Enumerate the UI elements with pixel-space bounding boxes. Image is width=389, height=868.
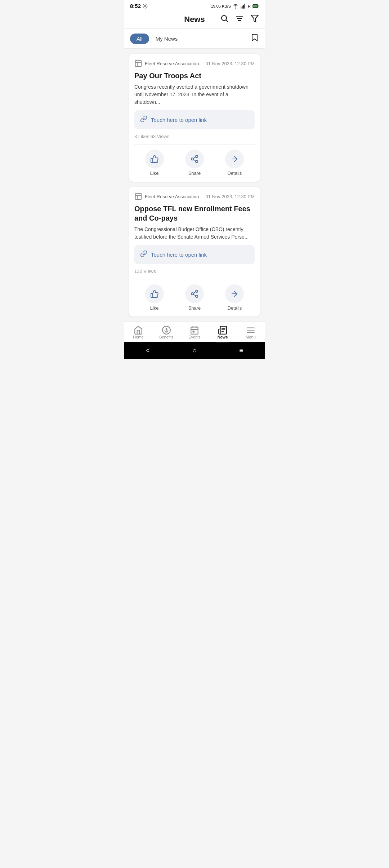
share-icon-circle-2 xyxy=(185,284,204,303)
header-actions xyxy=(220,14,259,25)
search-icon[interactable] xyxy=(220,14,229,25)
nav-events-label: Events xyxy=(188,335,201,339)
card-1-source: Fleet Reserve Association xyxy=(134,59,199,67)
card-1-divider xyxy=(134,144,255,145)
card-2-details-button[interactable]: Details xyxy=(225,284,244,311)
status-left: 8:52 xyxy=(130,3,148,9)
nav-events[interactable]: Events xyxy=(180,326,209,339)
nav-news-label: News xyxy=(218,335,228,339)
card-1-body: Congress recently averted a government s… xyxy=(134,83,255,106)
card-2-date: 01 Nov 2023, 12:30 PM xyxy=(205,194,255,199)
svg-rect-7 xyxy=(253,5,258,8)
details-icon-circle-1 xyxy=(225,150,244,168)
card-1-share-button[interactable]: Share xyxy=(185,150,204,176)
bookmark-icon[interactable] xyxy=(250,33,259,44)
card-1-like-button[interactable]: Like xyxy=(145,150,164,176)
events-icon xyxy=(190,326,199,335)
card-1-details-button[interactable]: Details xyxy=(225,150,244,176)
card-1-share-label: Share xyxy=(188,170,201,176)
like-icon-circle-2 xyxy=(145,284,164,303)
svg-rect-39 xyxy=(193,331,194,332)
link-icon-2 xyxy=(140,250,147,259)
svg-marker-13 xyxy=(251,15,258,22)
card-2-details-label: Details xyxy=(227,305,242,311)
battery-icon xyxy=(252,4,259,9)
card-2-like-button[interactable]: Like xyxy=(145,284,164,311)
card-2-actions: Like Share Details xyxy=(134,284,255,311)
card-2-title: Oppose TFL new Enrollment Fees and Co-pa… xyxy=(134,204,255,223)
card-2-link[interactable]: Touch here to open link xyxy=(134,245,255,264)
card-1-meta: Fleet Reserve Association 01 Nov 2023, 1… xyxy=(134,59,255,67)
card-2-link-text: Touch here to open link xyxy=(151,252,207,258)
recent-button[interactable]: ≡ xyxy=(239,346,243,355)
svg-rect-3 xyxy=(242,5,243,8)
svg-rect-23 xyxy=(135,194,142,200)
card-1-like-label: Like xyxy=(150,170,159,176)
card-1-link-text: Touch here to open link xyxy=(151,117,207,123)
svg-point-1 xyxy=(235,8,236,8)
tab-all[interactable]: All xyxy=(130,34,149,44)
card-1-stats: 3 Likes 63 Views xyxy=(134,134,255,139)
card-1-title: Pay Our Troops Act xyxy=(134,71,255,80)
news-card-2: Fleet Reserve Association 01 Nov 2023, 1… xyxy=(129,187,260,316)
card-2-source: Fleet Reserve Association xyxy=(134,192,199,200)
org-icon-1 xyxy=(134,59,142,67)
svg-rect-14 xyxy=(135,61,142,67)
svg-rect-35 xyxy=(191,327,198,334)
tab-my-news[interactable]: My News xyxy=(152,34,182,44)
svg-rect-2 xyxy=(241,6,241,8)
share-icon-circle-1 xyxy=(185,150,204,168)
wifi-icon xyxy=(233,3,238,9)
nav-active-indicator xyxy=(216,342,229,343)
news-icon xyxy=(218,326,227,335)
card-2-like-label: Like xyxy=(150,305,159,311)
nav-news[interactable]: News xyxy=(209,326,237,339)
tab-bar: All My News xyxy=(124,29,265,49)
svg-line-29 xyxy=(193,294,196,296)
status-bar: 8:52 19.05 KB/S R xyxy=(124,0,265,10)
sort-icon[interactable] xyxy=(235,14,244,25)
nav-benefits-label: Benefits xyxy=(159,335,174,339)
news-list: Fleet Reserve Association 01 Nov 2023, 1… xyxy=(124,49,265,322)
card-2-stats: 132 Views xyxy=(134,269,255,274)
card-1-actions: Like Share Details xyxy=(134,150,255,176)
svg-line-9 xyxy=(226,20,228,22)
bottom-nav: Home Benefits Events News Menu xyxy=(124,322,265,342)
header: News xyxy=(124,10,265,29)
card-1-date: 01 Nov 2023, 12:30 PM xyxy=(205,61,255,66)
card-2-meta: Fleet Reserve Association 01 Nov 2023, 1… xyxy=(134,192,255,200)
like-icon-circle-1 xyxy=(145,150,164,168)
home-button[interactable]: ○ xyxy=(192,346,197,355)
card-2-source-name: Fleet Reserve Association xyxy=(145,194,199,199)
svg-line-21 xyxy=(193,157,196,159)
card-1-source-name: Fleet Reserve Association xyxy=(145,61,199,66)
nav-menu[interactable]: Menu xyxy=(237,326,265,339)
link-icon-1 xyxy=(140,115,147,124)
network-speed: 19.05 KB/S xyxy=(211,4,231,8)
svg-point-0 xyxy=(144,5,146,7)
card-2-share-button[interactable]: Share xyxy=(185,284,204,311)
nav-benefits[interactable]: Benefits xyxy=(152,326,180,339)
svg-rect-5 xyxy=(244,4,245,8)
nav-home-label: Home xyxy=(133,335,143,339)
svg-line-30 xyxy=(193,292,196,293)
card-2-divider xyxy=(134,279,255,279)
org-icon-2 xyxy=(134,192,142,200)
home-icon xyxy=(134,326,143,335)
back-button[interactable]: < xyxy=(146,346,150,355)
card-1-details-label: Details xyxy=(227,170,242,176)
svg-line-20 xyxy=(193,160,196,161)
page-title: News xyxy=(184,15,205,24)
card-1-link[interactable]: Touch here to open link xyxy=(134,110,255,129)
menu-icon xyxy=(246,326,255,335)
settings-icon xyxy=(142,3,148,9)
status-right: 19.05 KB/S R xyxy=(211,3,259,9)
signal-icon xyxy=(240,3,246,9)
nav-home[interactable]: Home xyxy=(124,326,152,339)
card-2-share-label: Share xyxy=(188,305,201,311)
svg-rect-4 xyxy=(243,5,244,9)
filter-icon[interactable] xyxy=(250,14,259,25)
card-2-body: The Congressional Budget Office (CBO) re… xyxy=(134,226,255,241)
nav-menu-label: Menu xyxy=(246,335,256,339)
system-nav-bar: < ○ ≡ xyxy=(124,342,265,359)
